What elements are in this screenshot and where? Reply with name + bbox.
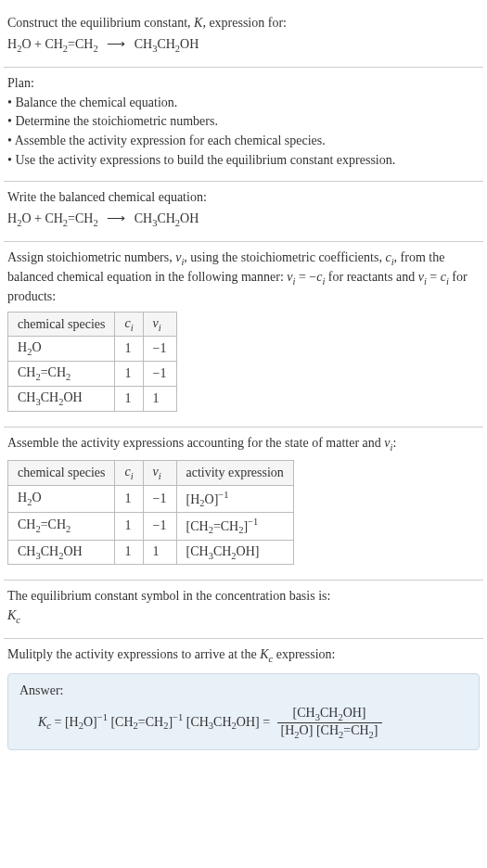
nui-cell: −1 [143, 485, 176, 512]
activity-cell: [CH3CH2OH] [176, 540, 293, 565]
text: O] [205, 491, 219, 505]
table-row: CH3CH2OH 1 1 [8, 387, 177, 412]
eq-text: =CH [68, 211, 93, 225]
answer-label: Answer: [19, 683, 468, 698]
text: Assemble the activity expressions accoun… [7, 436, 384, 450]
table-row: H2O 1 −1 [H2O]−1 [8, 485, 294, 512]
text: H [18, 491, 27, 504]
c-sub: i [131, 471, 134, 481]
text: O [32, 340, 41, 354]
section-answer: Mulitply the activity expressions to arr… [4, 639, 483, 767]
activity-cell: [CH2=CH2]−1 [176, 513, 293, 540]
text: CH [320, 706, 338, 720]
eq-text: H [7, 211, 17, 225]
prompt-part2: , expression for: [202, 16, 287, 30]
reaction-equation: H2O + CH2=CH2 ⟶ CH3CH2OH [7, 36, 480, 54]
sub: 2 [66, 524, 70, 534]
section-prompt: Construct the equilibrium constant, K, e… [4, 7, 483, 68]
table-row: H2O 1 −1 [8, 337, 177, 362]
plan-bullet: • Assemble the activity expression for e… [7, 133, 480, 150]
table-header-row: chemical species ci νi activity expressi… [8, 460, 294, 485]
species-cell: CH3CH2OH [8, 540, 115, 565]
col-nui: νi [143, 460, 176, 485]
species-cell: H2O [8, 485, 115, 512]
text: = − [295, 270, 316, 284]
nui-cell: 1 [143, 540, 176, 565]
arrow-icon: ⟶ [107, 37, 125, 51]
kc-expression: Kc = [H2O]−1 [CH2=CH2]−1 [CH3CH2OH] = [C… [38, 706, 468, 740]
activity-table: chemical species ci νi activity expressi… [7, 460, 294, 566]
activity-cell: [H2O]−1 [176, 485, 293, 512]
k-symbol: K [260, 647, 268, 661]
k-symbol: K [38, 715, 46, 729]
k-sub: c [16, 615, 20, 625]
col-nui: νi [143, 312, 176, 337]
text: = [51, 715, 65, 729]
text: CH [18, 390, 35, 404]
text: [CH [108, 715, 134, 729]
plan-bullet: • Use the activity expressions to build … [7, 152, 480, 170]
ci-cell: 1 [115, 540, 143, 565]
text: OH [63, 390, 82, 404]
plan-title: Plan: [7, 75, 480, 93]
kc-symbol: Kc [7, 607, 480, 627]
answer-title: Mulitply the activity expressions to arr… [7, 646, 480, 666]
stoich-table: chemical species ci νi H2O 1 −1 CH2=CH2 … [7, 312, 177, 412]
k-symbol: K [194, 16, 202, 30]
balanced-equation: H2O + CH2=CH2 ⟶ CH3CH2OH [7, 211, 480, 228]
sup: −1 [97, 712, 108, 722]
stoich-text: Assign stoichiometric numbers, νi, using… [7, 249, 480, 306]
eq-sub: 2 [93, 44, 97, 54]
text: [CH [293, 706, 315, 720]
text: = [427, 270, 441, 284]
text: [H [65, 715, 79, 729]
sup: −1 [218, 490, 228, 500]
col-ci: ci [115, 312, 143, 337]
species-cell: CH2=CH2 [8, 513, 115, 540]
table-row: CH2=CH2 1 −1 [CH2=CH2]−1 [8, 513, 294, 540]
eq-text: O + CH [21, 211, 62, 225]
text: OH] [237, 544, 260, 558]
c-sub: i [131, 322, 134, 332]
species-cell: CH3CH2OH [8, 387, 115, 412]
text: H [18, 340, 27, 354]
sup: −1 [248, 517, 258, 527]
text: Mulitply the activity expressions to arr… [7, 647, 260, 661]
col-activity: activity expression [176, 460, 293, 485]
kc-title: The equilibrium constant symbol in the c… [7, 588, 480, 606]
species-cell: CH2=CH2 [8, 362, 115, 387]
plan-bullet: • Balance the chemical equation. [7, 95, 480, 112]
eq-text: CH [135, 37, 152, 51]
text: , using the stoichiometric coefficients, [184, 250, 385, 264]
table-row: CH3CH2OH 1 1 [CH3CH2OH] [8, 540, 294, 565]
text: [H [186, 491, 200, 505]
text: O] [83, 715, 97, 729]
fraction-denominator: [H2O] [CH2=CH2] [277, 723, 382, 740]
ci-cell: 1 [115, 387, 143, 412]
eq-text: CH [157, 211, 174, 225]
text: =CH [41, 365, 66, 379]
text: OH] = [237, 715, 274, 729]
text: expression: [273, 647, 335, 661]
text: : [392, 436, 396, 450]
table-row: CH2=CH2 1 −1 [8, 362, 177, 387]
ci-cell: 1 [115, 485, 143, 512]
eq-text: CH [135, 211, 152, 225]
text: CH [213, 715, 231, 729]
section-kc-symbol: The equilibrium constant symbol in the c… [4, 581, 483, 639]
text: ] [374, 723, 378, 737]
eq-text: =CH [68, 37, 93, 51]
text: CH [18, 365, 35, 379]
eq-text: H [7, 37, 17, 51]
text: [H [281, 723, 295, 737]
text: CH [41, 544, 58, 558]
section-balanced: Write the balanced chemical equation: H2… [4, 182, 483, 242]
eq-text: OH [180, 211, 199, 225]
section-plan: Plan: • Balance the chemical equation. •… [4, 68, 483, 182]
nu-sub: i [159, 322, 161, 332]
species-cell: H2O [8, 337, 115, 362]
ci-cell: 1 [115, 513, 143, 540]
text: [CH [186, 519, 209, 533]
text: CH [41, 390, 58, 404]
nui-cell: −1 [143, 513, 176, 540]
